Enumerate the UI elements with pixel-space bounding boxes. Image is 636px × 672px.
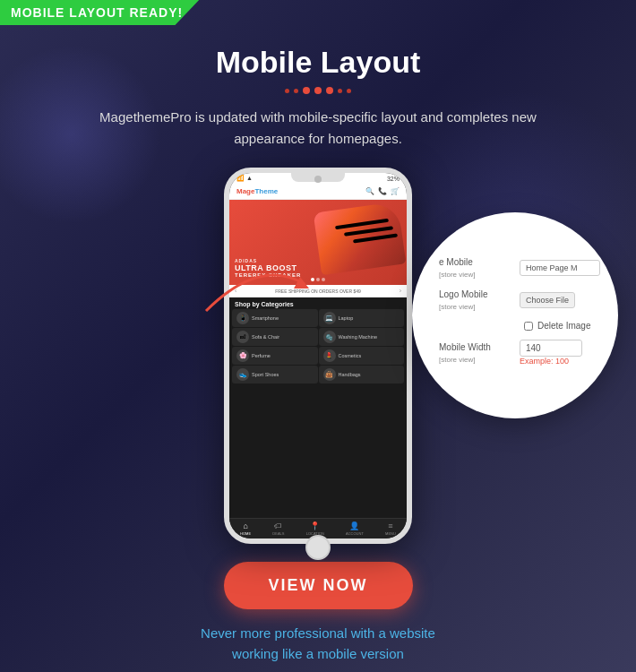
settings-row-logo: Logo Mobile [store view] Choose File xyxy=(439,289,609,312)
nav-label-menu: MENU xyxy=(385,531,396,536)
phone-home-button xyxy=(305,535,331,560)
view-now-button[interactable]: VIEW NOW xyxy=(224,562,413,609)
shipping-arrow-right: › xyxy=(400,288,401,294)
phone-logo: MageTheme xyxy=(236,187,278,195)
list-item: 🌸 Perfume xyxy=(232,347,318,365)
phone-screen: 📶 ▲ 14:01 32% MageTheme 🔍 📞 🛒 xyxy=(229,173,407,538)
footer-text: Never more professional with a websitewo… xyxy=(201,624,435,664)
list-item: 💻 Laptop xyxy=(319,309,405,327)
cat-name-perfume: Perfume xyxy=(252,353,271,358)
label-logo-text: Logo Mobile xyxy=(439,289,487,299)
menu-icon: ≡ xyxy=(388,521,392,530)
list-item: 👜 Handbags xyxy=(319,366,405,383)
cat-icon-sofa: 🛋 xyxy=(236,331,249,343)
settings-panel: e Mobile [store view] Logo Mobile [store… xyxy=(412,212,618,418)
settings-row-homepage: e Mobile [store view] xyxy=(439,256,609,280)
dot-4 xyxy=(314,87,322,94)
logo-red: Mage xyxy=(236,187,254,195)
dot-3 xyxy=(303,87,310,94)
categories-section: Shop by Categories 📱 Smartphone 💻 Laptop xyxy=(229,297,407,518)
nav-item-location: 📍 LOCATION xyxy=(306,521,324,536)
deals-icon: 🏷 xyxy=(274,521,282,530)
phone-icon: 📞 xyxy=(378,187,387,195)
status-bar-left: 📶 ▲ xyxy=(236,175,253,182)
arrow-graphic xyxy=(188,239,322,329)
dot-2 xyxy=(294,89,298,93)
delete-image-checkbox[interactable] xyxy=(524,322,533,331)
phone-header-icons: 🔍 📞 🛒 xyxy=(365,187,400,195)
cat-icon-perfume: 🌸 xyxy=(236,349,249,362)
page-subtitle: MagethemePro is updated with mobile-spec… xyxy=(85,107,551,150)
settings-label-logo: Logo Mobile [store view] xyxy=(439,289,520,312)
list-item: 🫧 Washing Machine xyxy=(319,328,405,346)
dot-1 xyxy=(285,89,289,93)
status-battery: 32% xyxy=(387,176,400,182)
file-input-row: Choose File xyxy=(520,292,575,308)
logo-blue: Theme xyxy=(254,187,278,195)
phone-body: 📶 ▲ 14:01 32% MageTheme 🔍 📞 🛒 xyxy=(224,168,412,544)
mobile-width-input[interactable] xyxy=(520,340,582,357)
mobile-ready-badge: MOBILE LAYOUT READY! xyxy=(0,0,199,25)
home-icon: ⌂ xyxy=(243,521,247,530)
nav-item-deals: 🏷 DEALS xyxy=(272,521,284,536)
label-store-view-2: [store view] xyxy=(439,303,475,311)
nav-item-home: ⌂ HOME xyxy=(240,521,251,536)
badge-label: MOBILE LAYOUT READY! xyxy=(11,5,183,20)
search-icon: 🔍 xyxy=(365,187,374,195)
cat-icon-sport: 👟 xyxy=(236,368,249,381)
list-item: 👟 Sport Shoes xyxy=(232,366,318,383)
cat-icon-washing: 🫧 xyxy=(323,331,336,343)
settings-label-width: Mobile Width [store view] xyxy=(439,341,520,365)
page-container: Mobile Layout MagethemePro is updated wi… xyxy=(0,0,636,672)
settings-row-delete: Delete Image xyxy=(439,321,609,331)
delete-image-label: Delete Image xyxy=(537,321,590,331)
cat-name-handbags: Handbags xyxy=(339,372,361,377)
page-title: Mobile Layout xyxy=(85,45,551,80)
nav-item-menu: ≡ MENU xyxy=(385,521,396,536)
settings-row-width: Mobile Width [store view] Example: 100 xyxy=(439,340,609,366)
list-item: 💄 Cosmetics xyxy=(319,347,405,365)
choose-file-button[interactable]: Choose File xyxy=(520,292,575,308)
nav-label-deals: DEALS xyxy=(272,531,284,536)
cat-icon-laptop: 💻 xyxy=(323,312,336,324)
width-input-group: Example: 100 xyxy=(520,340,582,366)
cat-name-sofa: Sofa & Chair xyxy=(252,334,279,340)
label-store-view-1: [store view] xyxy=(439,271,475,279)
width-example: Example: 100 xyxy=(520,357,582,366)
settings-label-homepage: e Mobile [store view] xyxy=(439,256,520,280)
cart-icon: 🛒 xyxy=(391,187,400,195)
label-store-view-3: [store view] xyxy=(439,356,475,364)
cat-name-sport: Sport Shoes xyxy=(252,372,279,377)
list-item: 🛋 Sofa & Chair xyxy=(232,328,318,346)
phone-header: MageTheme 🔍 📞 🛒 xyxy=(229,184,407,200)
nav-item-account: 👤 ACCOUNT xyxy=(346,521,364,536)
label-width-text: Mobile Width xyxy=(439,342,491,352)
nav-label-account: ACCOUNT xyxy=(346,531,364,536)
phone-mockup: 📶 ▲ 14:01 32% MageTheme 🔍 📞 🛒 xyxy=(224,168,412,544)
dot-6 xyxy=(338,89,342,93)
homepage-input[interactable] xyxy=(520,260,600,276)
cat-icon-handbags: 👜 xyxy=(323,368,336,381)
main-content: 📶 ▲ 14:01 32% MageTheme 🔍 📞 🛒 xyxy=(0,159,636,544)
nav-label-home: HOME xyxy=(240,531,251,536)
location-icon: 📍 xyxy=(310,521,320,530)
dot-divider xyxy=(85,87,551,94)
dot-7 xyxy=(347,89,351,93)
phone-camera xyxy=(314,176,322,183)
dot-5 xyxy=(326,87,333,94)
account-icon: 👤 xyxy=(349,521,359,530)
cat-name-washing: Washing Machine xyxy=(339,334,378,340)
cat-name-cosmetics: Cosmetics xyxy=(339,353,362,358)
cat-name-laptop: Laptop xyxy=(339,315,354,321)
cat-icon-cosmetics: 💄 xyxy=(323,349,336,362)
label-homepage-text: e Mobile xyxy=(439,257,473,267)
